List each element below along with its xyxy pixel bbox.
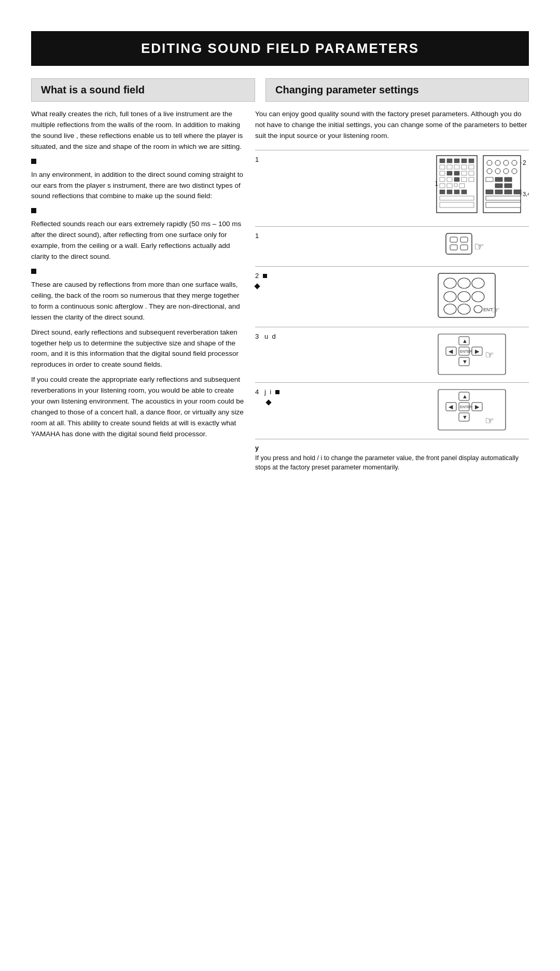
left-column: What really creates the rich, full tones… [31, 109, 255, 473]
main-title: EDITING SOUND FIELD PARAMETERS [41, 40, 519, 57]
svg-point-69 [444, 304, 456, 314]
svg-rect-60 [460, 245, 468, 250]
step-1b-number: 1 [255, 232, 259, 240]
svg-rect-21 [440, 184, 445, 188]
right-intro: You can enjoy good quality sound with th… [255, 109, 529, 142]
step-1-label: 1 [255, 155, 436, 165]
svg-rect-43 [505, 177, 512, 182]
svg-rect-41 [486, 177, 493, 182]
left-block1-text: In any environment, in addition to the d… [31, 170, 245, 202]
svg-rect-20 [469, 177, 474, 182]
svg-rect-14 [461, 171, 467, 175]
svg-point-68 [472, 292, 484, 302]
step-1b-row: 1 ☞ [255, 226, 529, 262]
svg-text:☞: ☞ [492, 305, 500, 315]
svg-text:▼: ▼ [462, 414, 468, 420]
square-bullet-3 [31, 269, 36, 274]
svg-point-67 [458, 292, 470, 302]
svg-point-40 [512, 169, 517, 174]
svg-point-63 [444, 278, 456, 288]
svg-text:ENTER: ENTER [460, 350, 472, 353]
svg-point-35 [503, 160, 509, 165]
bullet-block-1: In any environment, in addition to the d… [31, 159, 245, 202]
step-2-diagram: ENT ☞ [436, 271, 529, 323]
svg-text:◀: ◀ [449, 404, 453, 410]
step-3-ud: u d [264, 332, 276, 340]
svg-rect-27 [454, 190, 459, 194]
svg-point-38 [495, 169, 500, 174]
step-4-text: 4 j i [255, 387, 436, 407]
left-intro: What really creates the rich, full tones… [31, 109, 245, 152]
svg-rect-1 [440, 159, 445, 163]
content-area: What really creates the rich, full tones… [31, 109, 529, 473]
right-column: You can enjoy good quality sound with th… [255, 109, 529, 473]
svg-rect-30 [440, 202, 474, 207]
step-2-row: 2 [255, 266, 529, 323]
step-2-number: 2 [255, 272, 259, 280]
footnote-label: y [255, 445, 259, 452]
svg-text:▶: ▶ [475, 404, 480, 410]
section-headers: What is a sound field Changing parameter… [31, 78, 529, 102]
svg-rect-44 [495, 184, 502, 188]
svg-text:1: 1 [436, 180, 438, 187]
svg-rect-13 [454, 171, 459, 175]
svg-text:▶: ▶ [475, 348, 480, 354]
svg-rect-47 [495, 190, 502, 194]
svg-rect-17 [447, 177, 452, 182]
step-1-row: 1 [255, 150, 529, 222]
svg-text:ENTER: ENTER [460, 405, 472, 409]
step-3-text: 3 u d [255, 331, 436, 342]
svg-point-71 [474, 306, 482, 313]
svg-rect-28 [461, 190, 467, 194]
svg-text:2: 2 [523, 159, 526, 167]
svg-point-66 [444, 292, 456, 302]
right-section-header: Changing parameter settings [265, 78, 529, 102]
step-4-diagram: ▲ ◀ ENTER ▶ ▼ ☞ [436, 387, 529, 434]
svg-text:☞: ☞ [485, 415, 494, 426]
svg-rect-6 [440, 165, 445, 169]
svg-rect-22 [447, 184, 452, 188]
svg-text:▼: ▼ [462, 358, 468, 365]
svg-point-39 [503, 169, 509, 174]
step-3-row: 3 u d ▲ ◀ [255, 327, 529, 378]
left-section-header: What is a sound field [31, 78, 255, 102]
svg-rect-4 [461, 159, 467, 163]
svg-rect-49 [514, 190, 521, 194]
footnote: y If you press and hold / i to change th… [255, 439, 529, 473]
svg-point-37 [487, 169, 492, 174]
footnote-text: If you press and hold / i to change the … [255, 454, 519, 471]
step-1-number: 1 [255, 156, 259, 163]
svg-rect-3 [454, 159, 459, 163]
step-2-text: 2 [255, 271, 436, 291]
step4-sq-bullet [275, 390, 279, 394]
svg-point-34 [495, 160, 500, 165]
svg-rect-19 [461, 177, 467, 182]
step4-dia-bullet [265, 399, 271, 405]
step-4-row: 4 j i ▲ [255, 382, 529, 434]
left-block5-text: If you could create the appropriate earl… [31, 374, 245, 440]
svg-rect-15 [469, 171, 474, 175]
svg-rect-56 [446, 233, 472, 254]
step-1-diagram: 1 [436, 155, 529, 222]
svg-rect-51 [486, 202, 521, 207]
svg-point-33 [487, 160, 492, 165]
step-4-number: 4 [255, 388, 259, 396]
bullet-block-3: These are caused by reflections from mor… [31, 269, 245, 323]
svg-rect-23 [454, 184, 457, 187]
left-block4-text: Direct sound, early reflections and subs… [31, 327, 245, 371]
svg-rect-9 [461, 165, 467, 169]
svg-rect-26 [447, 190, 452, 194]
main-title-bar: EDITING SOUND FIELD PARAMETERS [31, 31, 529, 66]
svg-rect-29 [440, 196, 474, 200]
svg-rect-46 [486, 190, 493, 194]
svg-text:3,4: 3,4 [523, 191, 529, 197]
svg-text:◀: ◀ [449, 348, 453, 354]
step2-dia-bullet [254, 283, 260, 289]
svg-rect-59 [450, 245, 457, 250]
left-block3-text: These are caused by reflections from mor… [31, 280, 245, 323]
svg-rect-7 [447, 165, 452, 169]
left-block2-text: Reflected sounds reach our ears extremel… [31, 219, 245, 262]
svg-rect-57 [450, 237, 457, 242]
bullet-block-2: Reflected sounds reach our ears extremel… [31, 208, 245, 262]
svg-rect-11 [440, 171, 445, 175]
